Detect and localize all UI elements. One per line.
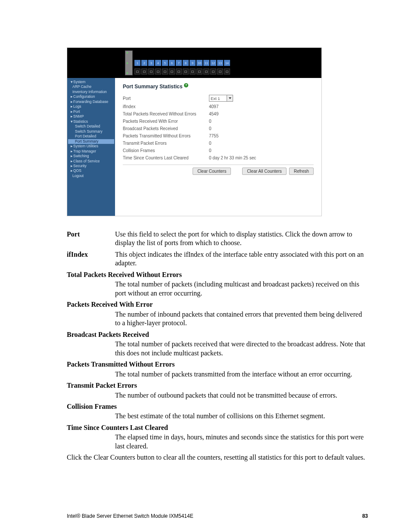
port-jack[interactable] [196,68,202,75]
port-jack[interactable] [203,68,209,75]
port-jack[interactable] [169,68,175,75]
row-label-bcast-rx: Broadcast Packets Received [123,126,209,131]
nav-configuration[interactable]: ▸Configuration [68,94,114,99]
port-jack[interactable] [210,68,216,75]
port-11[interactable]: 11 [203,60,209,66]
nav-arp-cache[interactable]: ARP Cache [68,84,114,89]
port-3[interactable]: 3 [148,60,154,66]
port-7[interactable]: 7 [176,60,182,66]
nav-class-of-service[interactable]: ▸Class of Service [68,159,114,164]
chevron-down-icon [229,97,231,99]
port-14[interactable]: 14 [224,60,230,66]
nav-switching[interactable]: ▸Switching [68,154,114,159]
nav-trap-manager[interactable]: ▸Trap Manager [68,149,114,154]
def-hdr-broadcast-packets: Broadcast Packets Received [67,330,368,339]
nav-inventory-information[interactable]: Inventory Information [68,90,114,94]
def-hdr-time-since-cleared: Time Since Counters Last Cleared [67,423,368,432]
port-9[interactable]: 9 [190,60,196,66]
port-1[interactable]: 1 [134,60,140,66]
def-desc-time-since-cleared: The elapsed time in days, hours, minutes… [67,433,368,451]
button-row: Clear Counters Clear All Counters Refres… [123,165,314,175]
def-hdr-total-packets-received: Total Packets Received Without Errors [67,271,368,279]
footer-page-number: 83 [362,513,368,519]
port-jack[interactable] [162,68,168,75]
def-desc-packets-received-error: The number of inbound packets that conta… [67,310,368,328]
port-jack[interactable] [141,68,147,75]
clear-counters-button[interactable]: Clear Counters [193,168,231,175]
port-6[interactable]: 6 [169,60,175,66]
row-value-total-rx-ok: 4549 [209,112,269,116]
app-screenshot: 1 2 3 4 5 6 7 8 9 10 11 12 13 14 [67,47,322,216]
panel-title: Port Summary Statistics ? [123,83,314,90]
nav-security[interactable]: ▸Security [68,164,114,168]
row-label-tx-err: Transmit Packet Errors [123,141,209,146]
row-label-rx-err: Packets Received With Error [123,119,209,124]
port-12[interactable]: 12 [210,60,216,66]
port-select[interactable]: Ext 1 [209,95,227,102]
port-10[interactable]: 10 [196,60,202,66]
row-value-coll: 0 [209,148,269,153]
def-desc-ifindex: This object indicates the ifIndex of the… [115,250,368,268]
port-4[interactable]: 4 [155,60,161,66]
port-jack[interactable] [183,68,189,75]
module-icon [125,50,133,75]
row-label-port: Port [123,96,209,101]
def-term-port: Port [67,230,115,248]
switch-faceplate: 1 2 3 4 5 6 7 8 9 10 11 12 13 14 [67,48,321,78]
clear-all-counters-button[interactable]: Clear All Counters [242,168,286,175]
footer-product: Intel® Blade Server Ethernet Switch Modu… [67,513,193,519]
row-value-tx-ok: 7755 [209,134,269,138]
def-desc-transmit-errors: The number of outbound packets that coul… [67,391,368,400]
row-value-ifindex: 4097 [209,104,269,109]
row-label-tx-ok: Packets Transmitted Without Errors [123,134,209,138]
port-jack[interactable] [190,68,196,75]
closing-paragraph: Click the Clear Counters button to clear… [67,453,368,462]
port-jack[interactable] [176,68,182,75]
nav-system-utilities[interactable]: ▸System Utilities [68,144,114,149]
def-hdr-collision-frames: Collision Frames [67,402,368,411]
nav-port-detailed[interactable]: Port Detailed [68,134,114,139]
def-desc-port: Use this field to select the port for wh… [115,230,368,248]
port-jack[interactable] [155,68,161,75]
row-value-time-cleared: 0 day 2 hr 33 min 25 sec [209,156,269,160]
def-desc-packets-transmitted: The total number of packets transmitted … [67,370,368,379]
nav-logout[interactable]: Logout [68,174,114,178]
port-jack[interactable] [217,68,223,75]
nav-snmp[interactable]: ▸SNMP [68,114,114,119]
nav-qos[interactable]: ▸QOS [68,168,114,173]
row-label-time-cleared: Time Since Counters Last Cleared [123,156,209,160]
nav-system[interactable]: ▾System [68,80,114,84]
def-hdr-packets-received-error: Packets Received With Error [67,300,368,309]
def-hdr-packets-transmitted: Packets Transmitted Without Errors [67,360,368,369]
port-jack[interactable] [224,68,230,75]
port-row-numbers: 1 2 3 4 5 6 7 8 9 10 11 12 13 14 [134,59,230,67]
port-8[interactable]: 8 [183,60,189,66]
help-icon[interactable]: ? [184,83,188,87]
nav-port[interactable]: ▸Port [68,109,114,114]
row-label-ifindex: ifIndex [123,104,209,109]
nav-forwarding-database[interactable]: ▸Forwarding Database [68,100,114,104]
refresh-button[interactable]: Refresh [289,168,314,175]
port-13[interactable]: 13 [217,60,223,66]
port-select-arrow[interactable] [227,95,233,102]
row-value-rx-err: 0 [209,119,269,124]
port-jack[interactable] [148,68,154,75]
def-term-ifindex: ifIndex [67,250,115,268]
port-2[interactable]: 2 [141,60,147,66]
nav-switch-summary[interactable]: Switch Summary [68,129,114,134]
row-value-bcast-rx: 0 [209,126,269,131]
row-value-tx-err: 0 [209,141,269,146]
content-panel: Port Summary Statistics ? Port Ext 1 ifI… [115,78,321,216]
port-jack[interactable] [134,68,140,75]
port-5[interactable]: 5 [162,60,168,66]
port-row-jacks [134,68,230,75]
nav-port-summary[interactable]: Port Summary [68,139,114,144]
nav-tree: ▾System ARP Cache Inventory Information … [67,78,115,216]
page-footer: Intel® Blade Server Ethernet Switch Modu… [67,513,368,519]
nav-switch-detailed[interactable]: Switch Detailed [68,124,114,129]
stats-grid: Port Ext 1 ifIndex 4097 Total Packets Re… [123,95,314,160]
nav-statistics[interactable]: ▾Statistics [68,119,114,124]
def-desc-total-packets-received: The total number of packets (including m… [67,280,368,298]
nav-logs[interactable]: ▸Logs [68,104,114,109]
def-hdr-transmit-errors: Transmit Packet Errors [67,381,368,390]
